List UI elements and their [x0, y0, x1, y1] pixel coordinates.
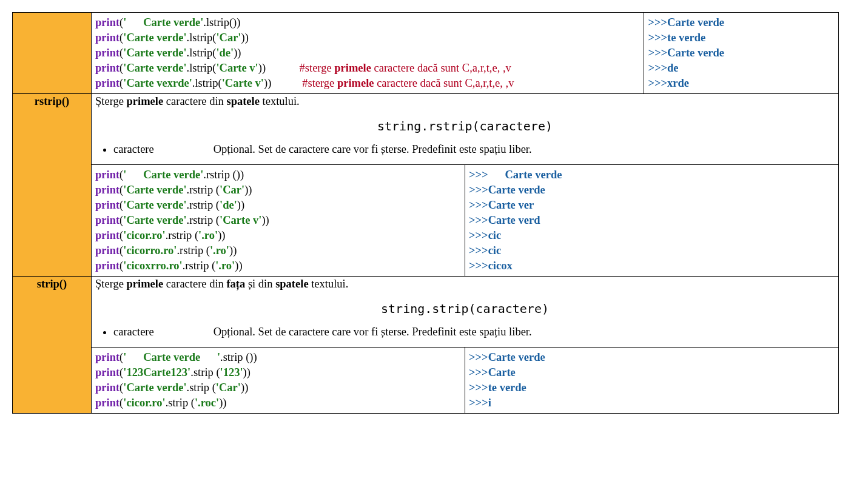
output-line: >>>te verde [648, 30, 835, 45]
rstrip-code: print(' Carte verde'.rstrip ())print('Ca… [92, 165, 465, 276]
text: caractere din [163, 95, 226, 107]
param-desc: Opțional. Set de caractere care vor fi ș… [214, 143, 532, 155]
text: primele [127, 278, 164, 290]
output-line: >>>Carte [469, 365, 835, 380]
code-line: print('Carte verde'.lstrip('Carte v')) #… [95, 61, 640, 76]
output-line: >>>xrde [648, 76, 835, 91]
text: și din [245, 278, 275, 290]
text: textului. [260, 95, 300, 107]
code-line: print('Carte verde'.rstrip ('Carte v')) [95, 213, 461, 228]
strip-output: >>>Carte verde>>>Carte>>>te verde>>>i [465, 348, 839, 413]
lstrip-code: print(' Carte verde'.lstrip())print('Car… [92, 13, 644, 93]
method-label-lstrip [13, 13, 92, 94]
text: textului. [309, 278, 349, 290]
output-line: >>>cic [469, 243, 835, 258]
output-line: >>>cic [469, 228, 835, 243]
code-line: print('cicoxrro.ro'.rstrip ('.ro')) [95, 258, 461, 274]
code-line: print('123Carte123'.strip ('123')) [95, 365, 461, 380]
code-line: print(' Carte verde '.strip ()) [95, 350, 461, 365]
param-desc: Opțional. Set de caractere care vor fi ș… [214, 326, 532, 338]
param-item: caractere Opțional. Set de caractere car… [113, 324, 835, 340]
methods-table: print(' Carte verde'.lstrip())print('Car… [12, 12, 839, 414]
text: fața [226, 278, 245, 290]
output-line: >>>i [469, 395, 835, 411]
code-line: print(' Carte verde'.lstrip()) [95, 15, 640, 30]
rstrip-output: >>> Carte verde>>>Carte verde>>>Carte ve… [465, 165, 839, 276]
text: Șterge [95, 95, 127, 107]
text: primele [127, 95, 164, 107]
param-name: caractere [113, 326, 210, 338]
method-label-rstrip: rstrip() [13, 93, 92, 276]
rstrip-syntax: string.rstrip(caractere) [95, 108, 835, 142]
code-line: print('cicorro.ro'.rstrip ('.ro')) [95, 243, 461, 258]
output-line: >>>te verde [469, 380, 835, 395]
text: caractere din [163, 278, 226, 290]
param-name: caractere [113, 143, 210, 156]
output-line: >>>Carte verde [469, 183, 835, 198]
output-line: >>>Carte verde [648, 15, 835, 30]
code-line: print('Carte verde'.lstrip('de')) [95, 45, 640, 61]
output-line: >>> Carte verde [469, 167, 835, 183]
code-line: print(' Carte verde'.rstrip ()) [95, 167, 461, 183]
output-line: >>>de [648, 61, 835, 76]
rstrip-description: Șterge primele caractere din spatele tex… [92, 93, 839, 164]
code-line: print('Carte verde'.lstrip('Car')) [95, 30, 640, 45]
output-line: >>>Carte verd [469, 213, 835, 228]
code-line: print('Carte verde'.rstrip ('de')) [95, 198, 461, 213]
text: Șterge [95, 278, 127, 290]
text: spatele [275, 278, 308, 290]
param-item: caractere Opțional. Set de caractere car… [113, 142, 835, 157]
output-line: >>>cicox [469, 258, 835, 274]
lstrip-output: >>>Carte verde>>>te verde>>>Carte verde>… [644, 13, 838, 93]
output-line: >>>Carte verde [469, 350, 835, 365]
strip-code: print(' Carte verde '.strip ())print('12… [92, 348, 465, 413]
code-line: print('Carte verde'.rstrip ('Car')) [95, 183, 461, 198]
code-line: print('Carte vexrde'.lstrip('Carte v')) … [95, 76, 640, 91]
rstrip-params: caractere Opțional. Set de caractere car… [113, 142, 835, 157]
strip-description: Șterge primele caractere din fața și din… [92, 276, 839, 347]
code-line: print('cicor.ro'.rstrip ('.ro')) [95, 228, 461, 243]
method-label-strip: strip() [13, 276, 92, 413]
code-line: print('cicor.ro'.strip ('.roc')) [95, 395, 461, 411]
output-line: >>>Carte verde [648, 45, 835, 61]
strip-syntax: string.strip(caractere) [95, 291, 835, 324]
output-line: >>>Carte ver [469, 198, 835, 213]
code-line: print('Carte verde'.strip ('Car')) [95, 380, 461, 395]
strip-params: caractere Opțional. Set de caractere car… [113, 324, 835, 340]
text: spatele [226, 95, 259, 107]
